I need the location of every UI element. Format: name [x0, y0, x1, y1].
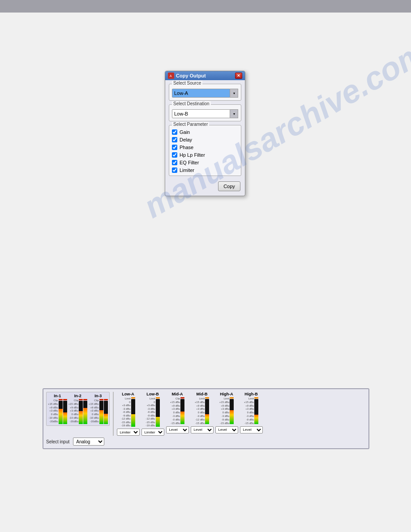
in1-channel: In-1 Clip+15 dBu+9 dBu+3 dBu0 dBu-10 dBu… — [48, 394, 67, 424]
low-b-clip — [156, 397, 160, 399]
in2-meter: Clip+15 dBu+9 dBu+3 dBu0 dBu-10 dBu-20dB… — [68, 399, 88, 424]
hplp-label[interactable]: Hp Lp Filter — [180, 152, 205, 158]
delay-label[interactable]: Delay — [180, 137, 192, 142]
in3-meter: Clip+15 dBu+9 dBu+3 dBu0 dBu-10 dBu-20dB… — [89, 399, 108, 424]
low-a-vu — [131, 397, 135, 428]
phase-label[interactable]: Phase — [180, 145, 193, 150]
delay-checkbox[interactable] — [172, 137, 177, 142]
select-destination-label: Select Destination — [172, 101, 211, 106]
high-a-channel: High-A Limit+15 dBu+9 dBu+3 dBu0 dBu-3 d… — [215, 392, 238, 433]
mid-b-meter: Limit+15 dBu+9 dBu+3 dBu0 dBu-3 dBu-12 d… — [195, 397, 210, 425]
in2-channel: In-2 Clip+15 dBu+9 dBu+3 dBu0 dBu-10 dBu… — [68, 394, 88, 424]
high-b-label: High-B — [244, 392, 258, 396]
low-b-vu — [156, 397, 160, 428]
limiter-label[interactable]: Limiter — [180, 167, 194, 173]
high-a-vu — [230, 397, 234, 425]
low-a-mode-select[interactable]: LimiterLevel — [117, 429, 140, 436]
high-a-bar — [230, 399, 234, 424]
dialog-titlebar-left: A Copy Output — [168, 73, 206, 79]
mid-a-bar — [180, 399, 184, 424]
low-b-bar — [156, 399, 160, 427]
bottom-controls-row: Select input Analog Digital AES/EBU — [46, 438, 366, 446]
in3-vu2 — [104, 399, 108, 424]
select-destination-group: Select Destination Low-A Low-B Mid-A Mid… — [169, 104, 241, 121]
select-source-group: Select Source Low-A Low-B Mid-A Mid-B Hi… — [169, 84, 241, 101]
phase-checkbox[interactable] — [172, 145, 177, 150]
bottom-panel: In-1 Clip+15 dBu+9 dBu+3 dBu0 dBu-10 dBu… — [43, 388, 369, 449]
in2-label: In-2 — [74, 394, 81, 398]
mid-b-channel: Mid-B Limit+15 dBu+9 dBu+3 dBu0 dBu-3 dB… — [191, 392, 214, 433]
in2-vu1 — [79, 399, 83, 424]
in3-bar1 — [99, 401, 103, 424]
select-source-label: Select Source — [172, 81, 202, 86]
source-dropdown-arrow[interactable]: ▾ — [230, 89, 238, 98]
in1-bar2 — [63, 401, 67, 424]
limiter-checkbox[interactable] — [172, 167, 177, 173]
in2-clip2 — [83, 399, 87, 400]
low-b-channel: Low-B Limit0+3 dBu-3 dBu-6 dBu-9 dBu-12 … — [141, 392, 164, 436]
high-a-label: High-A — [220, 392, 233, 396]
destination-dropdown-arrow[interactable]: ▾ — [230, 109, 238, 118]
low-a-bar — [131, 399, 135, 427]
high-a-mode-select[interactable]: LevelLimiter — [215, 426, 238, 433]
eq-checkbox[interactable] — [172, 160, 177, 165]
mid-a-meter: Clip+15 dBu+9 dBu+3 dBu0 dBu-3 dBu-0 dBu… — [170, 397, 185, 425]
in2-clip1 — [79, 399, 83, 400]
dialog-title: Copy Output — [176, 73, 206, 78]
high-b-bar — [254, 399, 258, 424]
dialog-titlebar: A Copy Output ✕ — [165, 71, 245, 80]
high-a-clip — [230, 397, 234, 399]
select-input-label: Select input — [46, 439, 69, 444]
phase-checkbox-item: Phase — [172, 145, 238, 150]
mid-a-vu — [180, 397, 184, 425]
gain-checkbox[interactable] — [172, 129, 177, 135]
low-a-clip — [131, 397, 135, 399]
divider1 — [113, 392, 114, 436]
in3-clip1 — [99, 399, 103, 400]
mid-a-channel: Mid-A Clip+15 dBu+9 dBu+3 dBu0 dBu-3 dBu… — [166, 392, 189, 433]
high-b-mode-select[interactable]: LevelLimiter — [240, 426, 263, 433]
hplp-checkbox-item: Hp Lp Filter — [172, 152, 238, 158]
destination-dropdown[interactable]: Low-A Low-B Mid-A Mid-B High-A High-B — [172, 109, 230, 118]
mid-b-vu — [205, 397, 209, 425]
in1-vu2 — [63, 399, 67, 424]
low-a-label: Low-A — [122, 392, 134, 396]
eq-label[interactable]: EQ Filter — [180, 160, 199, 165]
in1-bar1 — [59, 401, 63, 424]
limiter-checkbox-item: Limiter — [172, 167, 238, 173]
mid-b-mode-select[interactable]: LevelLimiter — [191, 426, 214, 433]
in1-clip2 — [63, 399, 67, 400]
in3-clip2 — [104, 399, 108, 400]
in3-channel: In-3 Clip+15 dBu+9 dBu+3 dBu0 dBu-10 dBu… — [89, 394, 108, 424]
high-b-meter: Limit+15 dBu+9 dBu+3 dBu0 dBu-3 dBu-9 dB… — [244, 397, 259, 425]
in1-clip1 — [59, 399, 63, 400]
low-a-channel: Low-A Limit0+3 dBu-3 dBu-6 dBu-9 dBu-12 … — [117, 392, 140, 436]
low-b-meter: Limit0+3 dBu-3 dBu-6 dBu-9 dBu-12 dBu-15… — [146, 397, 160, 428]
high-b-channel: High-B Limit+15 dBu+9 dBu+3 dBu0 dBu-3 d… — [240, 392, 263, 433]
gain-checkbox-item: Gain — [172, 129, 238, 135]
mid-a-mode-select[interactable]: LevelLimiter — [166, 426, 189, 433]
select-input-dropdown[interactable]: Analog Digital AES/EBU — [73, 438, 104, 446]
dialog-close-button[interactable]: ✕ — [235, 73, 242, 79]
in1-label: In-1 — [54, 394, 61, 398]
high-a-meter: Limit+15 dBu+9 dBu+3 dBu0 dBu-3 dBu-9 dB… — [219, 397, 234, 425]
select-parameter-label: Select Parameter — [172, 122, 209, 127]
destination-dropdown-wrapper: Low-A Low-B Mid-A Mid-B High-A High-B ▾ — [172, 109, 238, 118]
in2-bar1 — [79, 401, 83, 424]
copy-button[interactable]: Copy — [218, 181, 240, 191]
mid-b-clip — [205, 397, 209, 399]
low-b-mode-select[interactable]: LimiterLevel — [141, 429, 164, 436]
gain-label[interactable]: Gain — [180, 129, 190, 135]
copy-button-wrapper: Copy — [169, 180, 241, 192]
svg-text:A: A — [170, 74, 172, 77]
in3-label: In-3 — [94, 394, 102, 398]
mid-b-label: Mid-B — [197, 392, 208, 396]
select-parameter-group: Select Parameter Gain Delay Phase Hp Lp … — [169, 125, 241, 176]
source-dropdown[interactable]: Low-A Low-B Mid-A Mid-B High-A High-B — [172, 89, 230, 98]
eq-checkbox-item: EQ Filter — [172, 160, 238, 165]
hplp-checkbox[interactable] — [172, 152, 177, 158]
copy-output-dialog: A Copy Output ✕ Select Source Low-A Low-… — [165, 71, 245, 196]
input-channels-group: In-1 Clip+15 dBu+9 dBu+3 dBu0 dBu-10 dBu… — [46, 392, 110, 426]
mid-b-bar — [205, 399, 209, 424]
low-a-meter: Limit0+3 dBu-3 dBu-6 dBu-9 dBu-12 dBu-15… — [121, 397, 135, 428]
